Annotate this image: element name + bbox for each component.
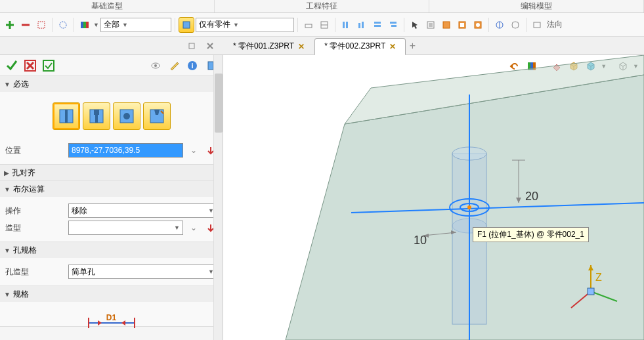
chevrons-icon[interactable]: ⌄ xyxy=(187,144,200,157)
tool-icon-2[interactable] xyxy=(317,18,332,32)
position-input[interactable]: 8978,-27.7036,39.5 xyxy=(68,143,183,158)
align-icon-1[interactable] xyxy=(339,18,353,32)
doc-tab-001-label: * 零件001.Z3PRT xyxy=(233,41,294,52)
shape-select[interactable]: ▼ xyxy=(68,221,183,235)
svg-rect-15 xyxy=(390,22,397,24)
hole-spec-label: 孔规格 xyxy=(13,245,37,256)
svg-rect-40 xyxy=(94,110,99,115)
brush-icon[interactable] xyxy=(166,58,182,74)
hole-type-2-icon[interactable] xyxy=(83,102,110,130)
hole-type-label: 孔造型 xyxy=(5,266,64,278)
svg-rect-21 xyxy=(443,22,450,28)
operation-select[interactable]: 移除▼ xyxy=(68,203,217,218)
svg-rect-12 xyxy=(362,22,364,28)
svg-rect-4 xyxy=(86,22,89,28)
box-icon-1[interactable] xyxy=(439,18,454,32)
add-tab-icon[interactable]: + xyxy=(406,40,419,52)
hole-type-select[interactable]: 简单孔▼ xyxy=(68,265,217,279)
section-spec[interactable]: ▼规格 xyxy=(0,286,223,302)
svg-rect-31 xyxy=(43,60,54,71)
svg-rect-9 xyxy=(343,22,345,28)
doc-tab-001[interactable]: * 零件001.Z3PRT ✕ xyxy=(223,38,314,55)
apply-icon[interactable] xyxy=(41,58,56,74)
cursor-icon[interactable] xyxy=(408,18,422,32)
ok-icon[interactable] xyxy=(4,58,20,74)
hole-type-3-icon[interactable] xyxy=(113,102,140,130)
align-icon-4[interactable] xyxy=(386,18,400,32)
panel-close-icon[interactable] xyxy=(202,38,218,54)
svg-rect-16 xyxy=(391,25,397,27)
cancel-icon[interactable] xyxy=(22,58,38,74)
hover-tooltip: F1 (拉伸1_基体) @ 零件002_1 xyxy=(473,227,589,242)
svg-point-60 xyxy=(467,205,471,209)
svg-rect-6 xyxy=(305,24,312,28)
cat-basic[interactable]: 基础造型 xyxy=(0,0,215,12)
box-icon-3[interactable] xyxy=(471,18,485,32)
select-circle-icon[interactable] xyxy=(56,18,70,32)
info-icon[interactable]: i xyxy=(184,58,200,74)
hole-type-4-icon[interactable] xyxy=(143,102,171,130)
section-boolean[interactable]: ▼布尔运算 xyxy=(0,181,223,197)
panel-min-icon[interactable] xyxy=(184,38,200,54)
svg-point-43 xyxy=(123,113,130,119)
close-icon[interactable]: ✕ xyxy=(298,42,305,51)
svg-rect-36 xyxy=(208,62,213,70)
section-hole-spec[interactable]: ▼孔规格 xyxy=(0,242,223,258)
view-icon-1[interactable] xyxy=(492,18,507,32)
svg-rect-13 xyxy=(374,22,381,24)
chevrons-icon[interactable]: ⌄ xyxy=(187,221,200,234)
model-view xyxy=(223,55,644,340)
normal-label: 法向 xyxy=(547,19,563,30)
ribbon-toolbar: ▼ 全部▼ 仅有零件▼ 法向 xyxy=(0,13,644,37)
palette-icon[interactable] xyxy=(77,18,92,32)
svg-text:i: i xyxy=(191,62,193,70)
filter-combo-parts[interactable]: 仅有零件▼ xyxy=(196,18,294,32)
doc-tab-bar: * 零件001.Z3PRT ✕ * 零件002.Z3PRT ✕ + xyxy=(0,37,644,55)
doc-tab-002[interactable]: * 零件002.Z3PRT ✕ xyxy=(314,38,406,55)
panel-scrollbar[interactable] xyxy=(213,55,223,340)
spec-label: 规格 xyxy=(13,289,29,300)
doc-tab-002-label: * 零件002.Z3PRT xyxy=(324,41,385,52)
hole-type-1-icon[interactable] xyxy=(53,102,80,130)
list-icon[interactable] xyxy=(423,18,438,32)
svg-rect-28 xyxy=(534,22,540,28)
section-align[interactable]: ▶孔对齐 xyxy=(0,165,223,181)
d1-label: D1 xyxy=(5,313,217,322)
svg-rect-3 xyxy=(83,22,86,28)
filter-all-label: 全部 xyxy=(104,19,119,30)
tool-icon-1[interactable] xyxy=(301,18,316,32)
filter-parts-label: 仅有零件 xyxy=(199,19,230,30)
section-required[interactable]: ▼必选 xyxy=(0,76,223,92)
align-icon-2[interactable] xyxy=(354,18,369,32)
3d-viewport[interactable]: ▼ ▼ xyxy=(223,55,644,340)
svg-rect-23 xyxy=(460,23,464,27)
svg-point-25 xyxy=(476,23,480,27)
svg-rect-5 xyxy=(183,22,190,28)
ribbon-categories: 基础造型 工程特征 编辑模型 xyxy=(0,0,644,13)
operation-label: 操作 xyxy=(5,205,64,217)
svg-point-33 xyxy=(154,64,157,67)
filter-combo-all[interactable]: 全部▼ xyxy=(100,18,171,32)
box-icon-2[interactable] xyxy=(455,18,469,32)
close-icon[interactable]: ✕ xyxy=(389,42,396,51)
remove-icon[interactable] xyxy=(18,18,33,32)
add-icon[interactable] xyxy=(3,18,17,32)
plane-icon[interactable] xyxy=(530,18,544,32)
select-rect-icon[interactable] xyxy=(34,18,49,32)
operation-value: 移除 xyxy=(72,205,87,217)
part-mode-icon[interactable] xyxy=(179,17,194,33)
position-value: 8978,-27.7036,39.5 xyxy=(72,146,140,155)
eye-icon[interactable] xyxy=(148,58,163,74)
view-icon-2[interactable] xyxy=(508,18,523,32)
align-icon-3[interactable] xyxy=(370,18,385,32)
axis-z-label: Z xyxy=(595,272,602,284)
svg-rect-0 xyxy=(38,22,45,28)
cat-engineering[interactable]: 工程特征 xyxy=(215,0,429,12)
svg-rect-38 xyxy=(65,110,68,123)
svg-rect-41 xyxy=(95,115,98,123)
svg-point-1 xyxy=(60,22,66,28)
hole-type-value: 简单孔 xyxy=(72,266,95,278)
shape-label: 造型 xyxy=(5,223,64,234)
cat-edit[interactable]: 编辑模型 xyxy=(429,0,644,12)
align-label: 孔对齐 xyxy=(12,167,35,179)
